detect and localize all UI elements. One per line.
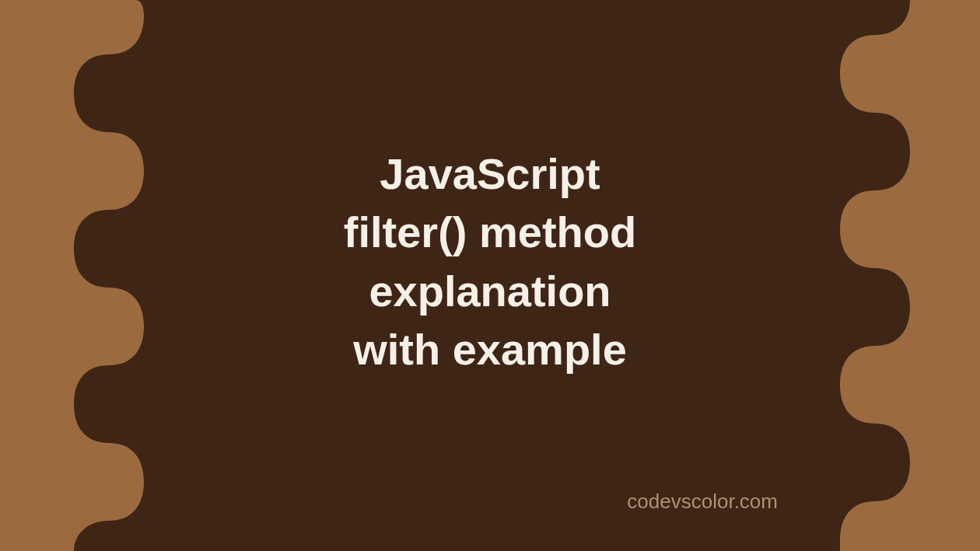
title-line-2: filter() method [140, 203, 840, 262]
title-line-3: explanation [140, 261, 840, 320]
title-line-1: JavaScript [140, 144, 840, 203]
main-title: JavaScript filter() method explanation w… [140, 144, 840, 378]
watermark-text: codevscolor.com [627, 490, 778, 514]
title-line-4: with example [140, 320, 840, 379]
